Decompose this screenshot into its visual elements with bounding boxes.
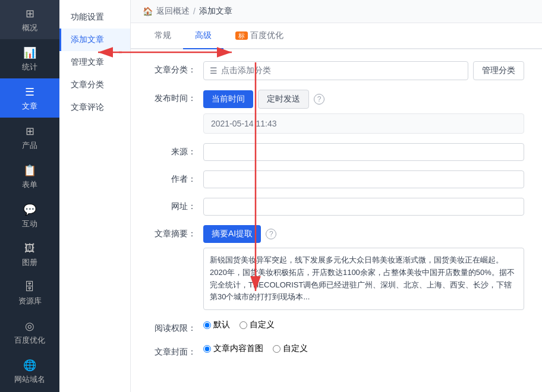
content-author	[203, 170, 524, 188]
submenu-item-feature-settings[interactable]: 功能设置	[59, 6, 130, 29]
content-source	[203, 143, 524, 161]
author-input[interactable]	[203, 170, 524, 188]
breadcrumb-current: 添加文章	[199, 6, 232, 17]
sidebar-item-form[interactable]: 📋 表单	[0, 157, 59, 196]
form-row-category: 文章分类： ☰ 点击添加分类 管理分类	[149, 61, 524, 80]
cover-article-image[interactable]: 文章内容首图	[203, 343, 263, 354]
reading-rights-default[interactable]: 默认	[203, 320, 230, 330]
summary-help-icon[interactable]: ?	[266, 229, 276, 239]
cover-article-image-radio[interactable]	[203, 345, 211, 353]
sidebar-item-interact[interactable]: 💬 互动	[0, 196, 59, 235]
tab-normal[interactable]: 常规	[143, 23, 183, 49]
form-row-author: 作者：	[149, 170, 524, 188]
scheduled-send-button[interactable]: 定时发送	[258, 90, 309, 109]
main-content: 🏠 返回概述 / 添加文章 常规 高级 标百度优化 文章分类： ☰ 点击添加分类…	[131, 0, 542, 392]
sidebar-item-stats[interactable]: 📊 统计	[0, 39, 59, 78]
stats-icon: 📊	[23, 46, 36, 59]
form-row-reading-rights: 阅读权限： 默认 自定义	[149, 320, 524, 334]
content-cover: 文章内容首图 自定义	[203, 343, 524, 354]
content-url	[203, 198, 524, 216]
submenu-item-manage-article[interactable]: 管理文章	[59, 51, 130, 74]
article-icon: ☰	[25, 86, 34, 99]
tab-advanced[interactable]: 高级	[183, 23, 223, 49]
sidebar-item-gallery[interactable]: 🖼 图册	[0, 235, 59, 274]
category-placeholder: 点击添加分类	[221, 65, 271, 76]
label-source: 来源：	[149, 143, 196, 157]
breadcrumb-separator: /	[193, 7, 196, 16]
content-category: ☰ 点击添加分类 管理分类	[203, 61, 524, 80]
submenu-item-article-comment[interactable]: 文章评论	[59, 96, 130, 119]
reading-rights-default-radio[interactable]	[203, 321, 211, 329]
label-time: 发布时间：	[149, 90, 196, 104]
time-help-icon[interactable]: ?	[314, 94, 324, 105]
content-time: 当前时间 定时发送 ? 2021-05-14 11:43	[203, 90, 524, 134]
ai-extract-button[interactable]: 摘要AI提取	[203, 225, 261, 243]
current-time-button[interactable]: 当前时间	[203, 90, 253, 108]
form-row-cover: 文章封面： 文章内容首图 自定义	[149, 343, 524, 358]
tab-baidu[interactable]: 标百度优化	[223, 23, 295, 49]
cover-radio-group: 文章内容首图 自定义	[203, 343, 308, 354]
manage-category-button[interactable]: 管理分类	[473, 61, 524, 80]
cover-custom-radio[interactable]	[273, 345, 281, 353]
submenu-item-add-article[interactable]: 添加文章	[59, 29, 130, 51]
form-row-url: 网址：	[149, 198, 524, 216]
cover-custom[interactable]: 自定义	[273, 343, 308, 354]
label-category: 文章分类：	[149, 61, 196, 75]
label-author: 作者：	[149, 170, 196, 185]
reading-rights-radio-group: 默认 自定义	[203, 320, 275, 330]
overview-icon: ⊞	[26, 7, 34, 20]
category-selector[interactable]: ☰ 点击添加分类	[203, 61, 468, 80]
url-input[interactable]	[203, 198, 524, 216]
form-row-summary: 文章摘要： 摘要AI提取 ? 新锐国货美妆异军突起，线下发展多元化大众日韩美妆逐…	[149, 225, 524, 310]
label-reading-rights: 阅读权限：	[149, 320, 196, 334]
tab-baidu-badge: 标	[235, 31, 248, 40]
submenu-item-article-category[interactable]: 文章分类	[59, 74, 130, 96]
home-icon: 🏠	[143, 7, 153, 16]
sidebar-item-article[interactable]: ☰ 文章	[0, 78, 59, 118]
form-row-source: 来源：	[149, 143, 524, 161]
resource-icon: 🗄	[24, 281, 35, 293]
datetime-display: 2021-05-14 11:43	[203, 113, 524, 134]
gallery-icon: 🖼	[24, 242, 35, 255]
list-icon: ☰	[210, 66, 218, 75]
source-input[interactable]	[203, 143, 524, 161]
label-cover: 文章封面：	[149, 343, 196, 358]
content-summary: 摘要AI提取 ? 新锐国货美妆异军突起，线下发展多元化大众日韩美妆逐渐式微，国货…	[203, 225, 524, 310]
form-icon: 📋	[23, 164, 36, 177]
sidebar-item-overview[interactable]: ⊞ 概况	[0, 0, 59, 39]
sidebar-item-product[interactable]: ⊞ 产品	[0, 118, 59, 157]
sidebar-item-baidu[interactable]: ◎ 百度优化	[0, 312, 59, 352]
product-icon: ⊞	[26, 125, 34, 138]
label-summary: 文章摘要：	[149, 225, 196, 239]
interact-icon: 💬	[23, 203, 36, 216]
summary-content: 新锐国货美妆异军突起，线下发展多元化大众日韩美妆逐渐式微，国货美妆正在崛起。20…	[203, 248, 524, 310]
domain-icon: 🌐	[23, 359, 36, 372]
tab-bar: 常规 高级 标百度优化	[131, 23, 542, 49]
breadcrumb: 🏠 返回概述 / 添加文章	[131, 0, 542, 23]
breadcrumb-back-link[interactable]: 返回概述	[156, 6, 190, 17]
sidebar-item-domain[interactable]: 🌐 网站域名	[0, 352, 59, 391]
reading-rights-custom[interactable]: 自定义	[240, 320, 275, 330]
form-area: 文章分类： ☰ 点击添加分类 管理分类 发布时间： 当前时间 定时发送 ? 20…	[131, 49, 542, 392]
submenu: 功能设置 添加文章 管理文章 文章分类 文章评论	[59, 0, 131, 392]
sidebar: ⊞ 概况 📊 统计 ☰ 文章 ⊞ 产品 📋 表单 💬 互动 🖼 图册 🗄 资源库…	[0, 0, 59, 392]
form-row-time: 发布时间： 当前时间 定时发送 ? 2021-05-14 11:43	[149, 90, 524, 134]
baidu-icon: ◎	[25, 320, 34, 333]
label-url: 网址：	[149, 198, 196, 212]
reading-rights-custom-radio[interactable]	[240, 321, 247, 329]
sidebar-item-resource[interactable]: 🗄 资源库	[0, 274, 59, 312]
content-reading-rights: 默认 自定义	[203, 320, 524, 330]
